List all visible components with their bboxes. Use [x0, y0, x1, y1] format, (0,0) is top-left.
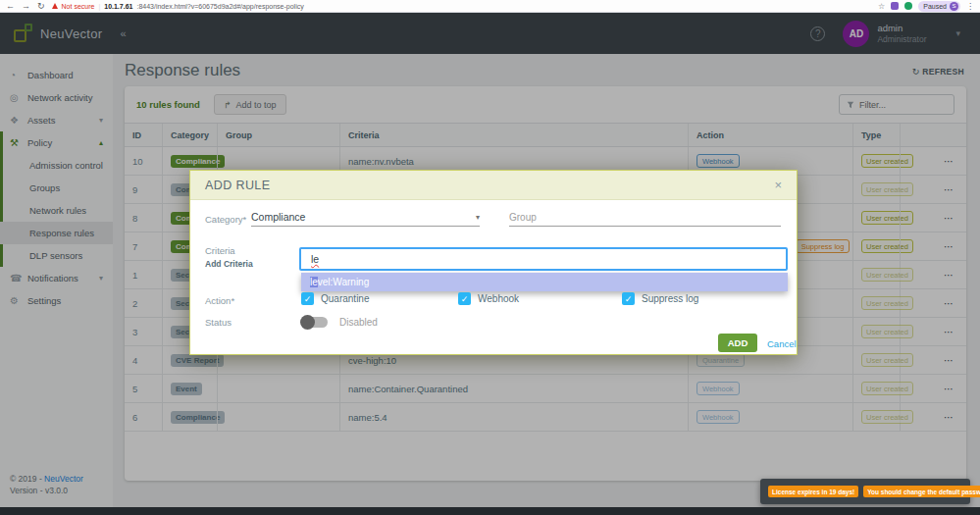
not-secure-warning-icon: [52, 3, 58, 9]
criteria-labels: Criteria Add Criteria: [205, 245, 253, 270]
criteria-label: Criteria: [205, 245, 253, 257]
modal-title: ADD RULE: [205, 179, 270, 192]
action-label: Action*: [205, 295, 234, 306]
close-icon[interactable]: ×: [774, 178, 782, 192]
checkbox-label: Webhook: [478, 293, 519, 304]
criteria-suggestion-option[interactable]: level:Warning: [301, 273, 788, 291]
status-toggle[interactable]: [301, 317, 328, 328]
toast-warning-badge: You should change the default password!: [863, 486, 980, 497]
url-host: 10.1.7.61: [104, 3, 132, 10]
url-bar[interactable]: Not secure | 10.1.7.61:8443/index.html?v…: [52, 3, 304, 10]
bookmark-star-icon[interactable]: ☆: [878, 2, 885, 11]
reload-icon[interactable]: ↻: [37, 2, 45, 11]
checkbox-checked-icon: ✓: [458, 292, 471, 305]
add-criteria-label[interactable]: Add Criteria: [205, 259, 253, 270]
suggestion-match: le: [310, 277, 318, 287]
suppress-log-checkbox[interactable]: ✓ Suppress log: [622, 292, 698, 305]
group-input[interactable]: Group: [509, 208, 781, 227]
modal-header: ADD RULE ×: [190, 171, 797, 200]
criteria-input-value: le: [311, 253, 319, 265]
checkbox-label: Quarantine: [321, 293, 369, 304]
webhook-checkbox[interactable]: ✓ Webhook: [458, 292, 519, 305]
checkbox-checked-icon: ✓: [622, 292, 635, 305]
quarantine-checkbox[interactable]: ✓ Quarantine: [301, 292, 369, 305]
toast-warning-badge: License expires in 19 days!: [768, 486, 858, 497]
status-value: Disabled: [339, 317, 378, 328]
extension-icon[interactable]: [891, 2, 899, 10]
url-path: :8443/index.html?v=60675d9a2d#/app/respo…: [136, 3, 303, 10]
url-separator: |: [98, 3, 100, 10]
toggle-knob: [300, 315, 315, 330]
category-value: Compliance: [251, 211, 305, 223]
group-placeholder: Group: [509, 212, 537, 223]
bottom-strip: [0, 507, 980, 515]
checkbox-checked-icon: ✓: [301, 292, 314, 305]
browser-menu-icon[interactable]: ⋮: [966, 2, 974, 11]
profile-avatar: S: [950, 2, 958, 11]
screen: ← → ↻ Not secure | 10.1.7.61:8443/index.…: [0, 0, 980, 515]
cancel-button[interactable]: Cancel: [767, 338, 797, 349]
sync-paused-pill[interactable]: Paused S: [918, 1, 960, 12]
add-rule-modal: ADD RULE × Category* Compliance ▾ Group …: [189, 170, 798, 355]
select-caret-icon: ▾: [476, 213, 480, 222]
category-label: Category*: [205, 214, 246, 225]
extension-icon[interactable]: [904, 2, 912, 10]
add-button[interactable]: ADD: [718, 334, 757, 352]
not-secure-label: Not secure: [62, 3, 95, 10]
paused-label: Paused: [923, 3, 947, 10]
back-icon[interactable]: ←: [6, 2, 15, 11]
category-select[interactable]: Compliance ▾: [251, 208, 480, 227]
suggestion-text: vel:Warning: [318, 277, 369, 287]
status-label: Status: [205, 317, 232, 328]
notification-toast: License expires in 19 days!You should ch…: [760, 479, 970, 504]
forward-icon[interactable]: →: [22, 2, 30, 11]
checkbox-label: Suppress log: [642, 293, 698, 304]
browser-chrome: ← → ↻ Not secure | 10.1.7.61:8443/index.…: [0, 0, 980, 13]
criteria-input[interactable]: le: [299, 247, 788, 271]
